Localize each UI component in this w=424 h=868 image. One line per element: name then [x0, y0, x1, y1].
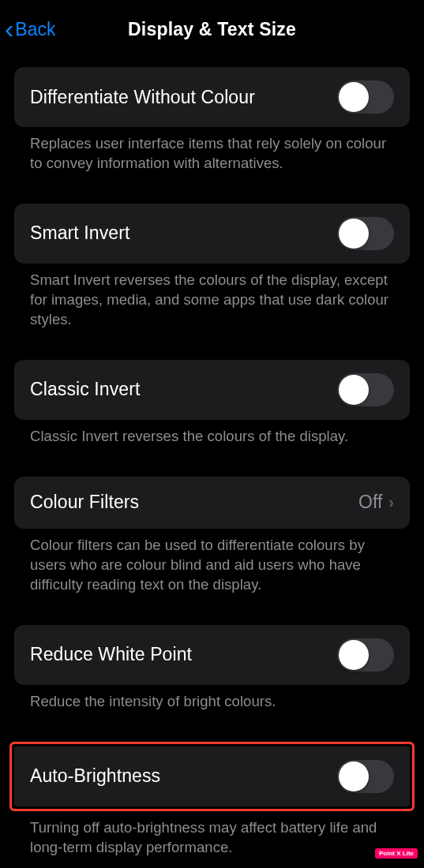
setting-footer: Turning off auto-brightness may affect b…: [14, 811, 410, 858]
watermark-badge: Point X Lite: [375, 848, 418, 859]
toggle-knob: [339, 375, 369, 405]
setting-footer: Smart Invert reverses the colours of the…: [14, 264, 410, 330]
toggle-knob: [339, 761, 369, 791]
chevron-left-icon: ‹: [5, 15, 13, 42]
toggle-knob: [339, 640, 369, 670]
setting-footer: Reduce the intensity of bright colours.: [14, 685, 410, 712]
smart-invert-toggle[interactable]: [337, 217, 394, 250]
setting-group: Colour Filters Off › Colour filters can …: [14, 477, 410, 595]
highlight-box: Auto-Brightness: [9, 742, 415, 811]
auto-brightness-toggle[interactable]: [337, 760, 394, 793]
reduce-white-point-row[interactable]: Reduce White Point: [14, 625, 410, 685]
setting-footer: Classic Invert reverses the colours of t…: [14, 420, 410, 447]
setting-group: Differentiate Without Colour Replaces us…: [14, 67, 410, 174]
back-button[interactable]: ‹ Back: [5, 17, 55, 42]
row-label: Classic Invert: [30, 379, 140, 400]
row-right: Off ›: [358, 492, 394, 513]
row-label: Colour Filters: [30, 492, 139, 513]
back-label: Back: [15, 19, 55, 40]
setting-group: Classic Invert Classic Invert reverses t…: [14, 360, 410, 447]
auto-brightness-row[interactable]: Auto-Brightness: [14, 746, 410, 806]
navigation-bar: ‹ Back Display & Text Size: [0, 0, 424, 59]
setting-group: Smart Invert Smart Invert reverses the c…: [14, 204, 410, 330]
row-value: Off: [358, 492, 382, 513]
toggle-knob: [339, 82, 369, 112]
row-label: Reduce White Point: [30, 644, 192, 665]
differentiate-without-colour-row[interactable]: Differentiate Without Colour: [14, 67, 410, 127]
toggle-knob: [339, 219, 369, 249]
colour-filters-row[interactable]: Colour Filters Off ›: [14, 477, 410, 529]
classic-invert-row[interactable]: Classic Invert: [14, 360, 410, 420]
differentiate-without-colour-toggle[interactable]: [337, 80, 394, 114]
page-title: Display & Text Size: [128, 19, 296, 40]
setting-footer: Colour filters can be used to differenti…: [14, 529, 410, 595]
settings-content: Differentiate Without Colour Replaces us…: [0, 67, 424, 858]
setting-group: Auto-Brightness Turning off auto-brightn…: [14, 742, 410, 858]
setting-footer: Replaces user interface items that rely …: [14, 127, 410, 174]
chevron-right-icon: ›: [388, 493, 394, 511]
classic-invert-toggle[interactable]: [337, 373, 394, 406]
smart-invert-row[interactable]: Smart Invert: [14, 204, 410, 264]
setting-group: Reduce White Point Reduce the intensity …: [14, 625, 410, 712]
row-label: Smart Invert: [30, 223, 129, 244]
row-label: Auto-Brightness: [30, 765, 160, 787]
reduce-white-point-toggle[interactable]: [337, 638, 394, 672]
row-label: Differentiate Without Colour: [30, 87, 255, 108]
